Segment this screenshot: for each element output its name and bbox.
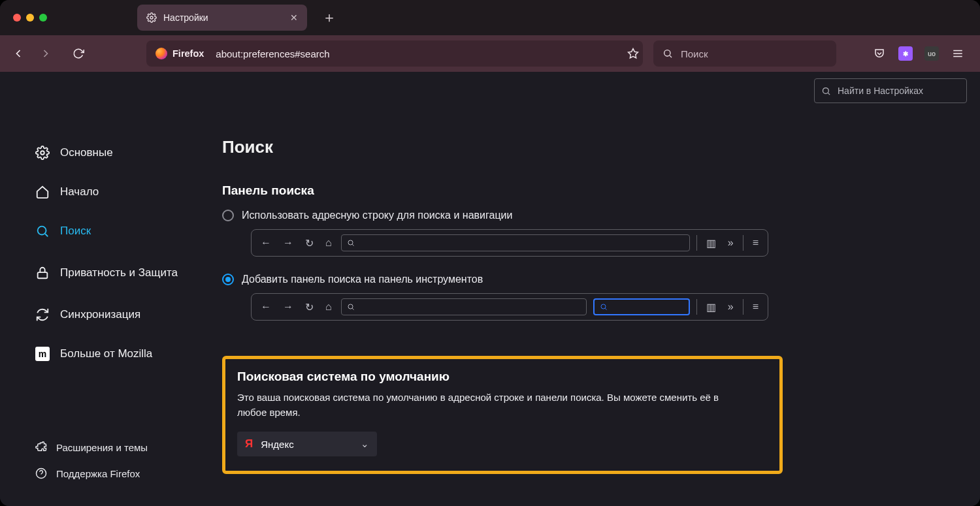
firefox-logo-icon	[155, 48, 167, 59]
preferences-sidebar: Основные Начало Поиск Приватность и Защи…	[0, 89, 209, 506]
default-engine-highlight: Поисковая система по умолчанию Это ваша …	[222, 356, 783, 474]
svg-line-20	[605, 308, 606, 309]
url-bar[interactable]: Firefox about:preferences#search	[146, 40, 643, 67]
forward-button[interactable]	[34, 42, 57, 65]
illus-urlbar	[341, 298, 587, 315]
tab-preferences[interactable]: Настройки ✕	[137, 5, 307, 31]
chevron-down-icon: ⌄	[361, 438, 369, 450]
extension-1-button[interactable]: ✱	[894, 42, 917, 65]
preferences-main: Поиск Панель поиска Использовать адресну…	[209, 89, 980, 506]
window-controls	[13, 14, 47, 22]
illus-chevrons-icon: »	[725, 237, 736, 249]
pocket-button[interactable]	[868, 42, 891, 65]
search-bar-heading: Панель поиска	[222, 183, 980, 198]
search-icon	[35, 224, 50, 238]
svg-marker-1	[629, 49, 638, 58]
window-zoom-button[interactable]	[39, 14, 47, 22]
preferences-content: Основные Начало Поиск Приватность и Защи…	[0, 72, 980, 506]
sidebar-item-sync[interactable]: Синхронизация	[35, 299, 209, 330]
illus-sidebar-icon: ▥	[704, 237, 719, 249]
navigation-toolbar: Firefox about:preferences#search ✱ uo	[0, 35, 980, 72]
urlbar-illustration: ← → ↻ ⌂ ▥ » ≡	[222, 229, 980, 257]
sidebar-extensions-link[interactable]: Расширения и темы	[35, 434, 209, 460]
toolbar-right-controls: ✱ uo	[868, 42, 970, 65]
sidebar-item-home[interactable]: Начало	[35, 176, 209, 208]
yandex-icon: Я	[245, 437, 253, 451]
gear-icon	[35, 146, 50, 160]
sidebar-item-search[interactable]: Поиск	[35, 215, 209, 247]
reload-button[interactable]	[67, 42, 90, 65]
search-icon	[347, 239, 355, 247]
radio-icon	[222, 274, 234, 285]
tab-strip: Настройки ✕ ＋	[0, 0, 980, 35]
tab-title: Настройки	[163, 12, 208, 23]
radio-label: Использовать адресную строку для поиска …	[242, 210, 512, 221]
page-title: Поиск	[222, 137, 980, 157]
svg-point-7	[823, 87, 829, 93]
radio-label: Добавить панель поиска на панель инструм…	[242, 274, 483, 285]
illus-back-icon: ←	[258, 237, 274, 249]
url-text: about:preferences#search	[216, 48, 329, 59]
sidebar-footer-label: Расширения и темы	[56, 442, 148, 453]
window-minimize-button[interactable]	[26, 14, 34, 22]
default-engine-heading: Поисковая система по умолчанию	[237, 370, 768, 384]
sidebar-item-label: Поиск	[60, 225, 91, 238]
sidebar-item-general[interactable]: Основные	[35, 137, 209, 168]
illus-menu-icon: ≡	[750, 237, 761, 249]
radio-icon	[222, 210, 234, 221]
shield-addon-icon: uo	[924, 46, 939, 61]
puzzle-icon	[35, 441, 47, 453]
illus-forward-icon: →	[280, 237, 296, 249]
sidebar-support-link[interactable]: Поддержка Firefox	[35, 460, 209, 486]
snowflake-icon: ✱	[898, 46, 913, 61]
search-icon	[347, 303, 355, 311]
lock-icon	[35, 266, 50, 280]
extension-2-button[interactable]: uo	[920, 42, 943, 65]
svg-point-19	[601, 304, 606, 309]
sidebar-item-label: Приватность и Защита	[60, 266, 178, 279]
sidebar-item-label: Синхронизация	[60, 308, 140, 321]
default-engine-description: Это ваша поисковая система по умолчанию …	[237, 390, 734, 420]
back-button[interactable]	[7, 42, 30, 65]
gear-icon	[146, 12, 157, 23]
tab-close-button[interactable]: ✕	[290, 12, 298, 23]
search-icon	[662, 48, 673, 59]
illus-reload-icon: ↻	[302, 301, 316, 313]
illus-back-icon: ←	[258, 301, 274, 313]
svg-line-8	[828, 93, 830, 95]
window-close-button[interactable]	[13, 14, 21, 22]
search-icon	[600, 303, 608, 311]
svg-line-11	[45, 234, 48, 236]
find-in-settings-input[interactable]	[838, 86, 960, 96]
illus-reload-icon: ↻	[302, 237, 316, 249]
illus-menu-icon: ≡	[750, 301, 761, 313]
url-identity-box[interactable]: Firefox	[149, 43, 210, 64]
search-icon	[821, 86, 831, 96]
sidebar-item-label: Больше от Mozilla	[60, 347, 152, 360]
bookmark-star-button[interactable]	[627, 48, 639, 59]
illus-chevrons-icon: »	[725, 301, 736, 313]
radio-add-searchbar[interactable]: Добавить панель поиска на панель инструм…	[222, 274, 980, 285]
svg-line-18	[352, 308, 353, 309]
illus-home-icon: ⌂	[323, 301, 335, 313]
default-engine-select[interactable]: Я Яндекс ⌄	[237, 432, 377, 456]
radio-use-urlbar[interactable]: Использовать адресную строку для поиска …	[222, 210, 980, 221]
firefox-window: Настройки ✕ ＋ Firefox about:preferences#…	[0, 0, 980, 506]
svg-point-2	[664, 50, 670, 56]
svg-point-17	[348, 304, 353, 309]
new-tab-button[interactable]: ＋	[318, 6, 341, 29]
url-identity-label: Firefox	[172, 48, 204, 59]
sidebar-item-label: Основные	[60, 146, 113, 159]
help-icon	[35, 467, 47, 479]
toolbar-search-bar[interactable]	[653, 40, 836, 67]
sidebar-footer: Расширения и темы Поддержка Firefox	[35, 434, 209, 486]
home-icon	[35, 185, 50, 199]
sidebar-item-more-from-mozilla[interactable]: m Больше от Mozilla	[35, 338, 209, 370]
sidebar-item-label: Начало	[60, 185, 99, 198]
sidebar-item-privacy[interactable]: Приватность и Защита	[35, 255, 209, 291]
toolbar-search-input[interactable]	[681, 48, 827, 59]
find-in-settings[interactable]	[814, 78, 967, 103]
illus-urlbar	[341, 234, 690, 251]
mozilla-icon: m	[35, 347, 50, 361]
app-menu-button[interactable]	[946, 42, 970, 65]
